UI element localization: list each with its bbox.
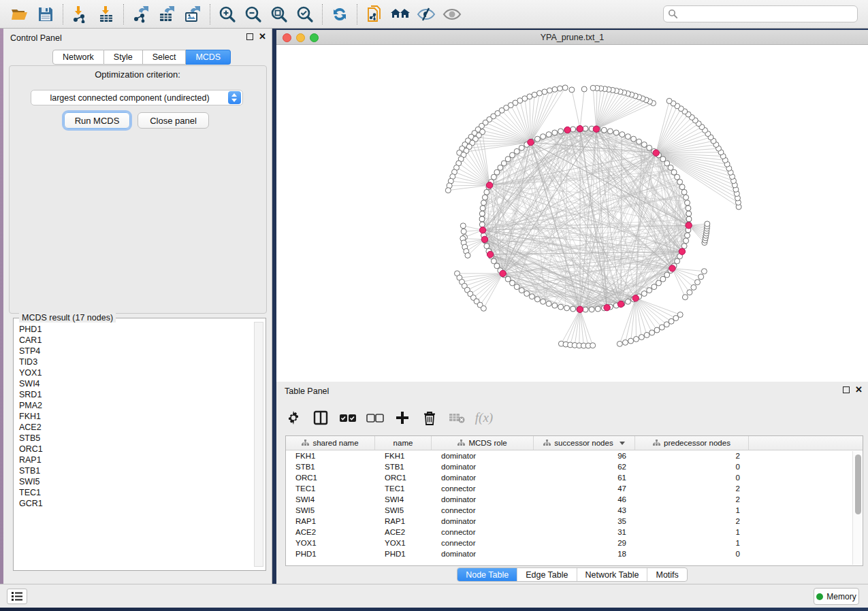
tab-motifs[interactable]: Motifs <box>647 568 686 581</box>
table-row[interactable]: ORC1 ORC1 dominator 61 0 <box>286 472 863 483</box>
float-table-panel-icon[interactable] <box>843 386 850 393</box>
open-file-button[interactable] <box>8 3 31 26</box>
import-network-button[interactable] <box>69 3 92 26</box>
tree-icon <box>543 440 551 446</box>
tab-select[interactable]: Select <box>143 50 187 65</box>
column-header-mcds-role[interactable]: MCDS role <box>432 436 534 450</box>
mcds-result-item[interactable]: SRD1 <box>16 389 251 400</box>
table-tabs-bar: Node Table Edge Table Network Table Moti… <box>276 567 868 582</box>
memory-button[interactable]: Memory <box>814 588 859 605</box>
zoom-in-button[interactable] <box>216 3 239 26</box>
table-row[interactable]: SWI5 SWI5 connector 43 1 <box>286 505 863 516</box>
close-panel-button[interactable]: Close panel <box>138 112 209 129</box>
show-graphics-button[interactable] <box>440 3 464 26</box>
hide-labels-button[interactable] <box>415 3 438 26</box>
tab-network-table[interactable]: Network Table <box>577 568 647 581</box>
mcds-result-item[interactable]: STB5 <box>16 433 251 444</box>
network-window-titlebar: YPA_prune.txt_1 <box>276 30 868 45</box>
refresh-icon <box>331 5 349 23</box>
mcds-result-item[interactable]: RAP1 <box>16 455 251 465</box>
mcds-result-item[interactable]: TID3 <box>16 357 251 367</box>
mcds-result-list[interactable]: PHD1CAR1STP4TID3YOX1SWI4SRD1PMA2FKH1ACE2… <box>16 324 251 567</box>
column-header-shared-name[interactable]: shared name <box>286 436 375 450</box>
export-network-button[interactable] <box>129 3 152 26</box>
table-row[interactable]: FKH1 FKH1 dominator 96 2 <box>286 450 863 461</box>
clone-network-button[interactable] <box>363 3 386 26</box>
list-icon <box>12 592 22 601</box>
column-header-predecessor-nodes[interactable]: predecessor nodes <box>635 436 749 450</box>
search-icon <box>668 9 678 19</box>
import-table-button[interactable] <box>95 3 118 26</box>
mcds-result-item[interactable]: STP4 <box>16 346 251 357</box>
delete-column-button[interactable] <box>421 409 438 427</box>
tab-network[interactable]: Network <box>52 50 104 65</box>
run-mcds-button[interactable]: Run MCDS <box>64 112 130 129</box>
zoom-out-button[interactable] <box>242 3 265 26</box>
home-networks-button[interactable] <box>389 3 412 26</box>
mcds-result-item[interactable]: GCR1 <box>16 498 251 509</box>
node-table-body: FKH1 FKH1 dominator 96 2 STB1 STB1 domin… <box>286 450 863 559</box>
mcds-result-item[interactable]: PMA2 <box>16 400 251 411</box>
network-canvas[interactable] <box>276 45 868 382</box>
table-scrollbar-thumb[interactable] <box>855 455 861 514</box>
table-scrollbar[interactable] <box>852 451 862 565</box>
mcds-result-item[interactable]: STB1 <box>16 465 251 476</box>
criterion-value: largest connected component (undirected) <box>31 93 228 103</box>
zoom-fit-button[interactable] <box>268 3 291 26</box>
network-view-window[interactable]: YPA_prune.txt_1 <box>276 30 868 382</box>
save-icon <box>37 6 54 22</box>
mcds-result-item[interactable]: CAR1 <box>16 335 251 346</box>
tree-icon <box>457 440 465 446</box>
float-panel-icon[interactable] <box>246 33 253 40</box>
tab-style[interactable]: Style <box>104 50 143 65</box>
table-row[interactable]: TEC1 TEC1 connector 47 2 <box>286 483 863 494</box>
table-row[interactable]: SWI4 SWI4 dominator 46 2 <box>286 494 863 505</box>
show-columns-button[interactable] <box>312 409 329 427</box>
deselect-all-button[interactable] <box>366 409 384 427</box>
main-toolbar <box>0 0 868 29</box>
mcds-result-item[interactable]: SWI4 <box>16 378 251 389</box>
export-image-icon <box>184 5 202 23</box>
table-panel-titlebar: Table Panel ✕ <box>276 382 868 401</box>
tree-icon <box>653 440 660 446</box>
criterion-dropdown[interactable]: largest connected component (undirected) <box>31 90 243 105</box>
table-panel-title: Table Panel <box>285 386 329 396</box>
select-all-button[interactable] <box>339 409 357 427</box>
zoom-selected-button[interactable] <box>293 3 317 26</box>
table-row[interactable]: ACE2 ACE2 connector 31 1 <box>286 527 863 538</box>
delete-table-button-disabled <box>448 409 466 427</box>
task-history-button[interactable] <box>7 589 27 604</box>
zoom-fit-icon <box>270 5 288 23</box>
houses-icon <box>390 6 411 22</box>
mcds-result-item[interactable]: YOX1 <box>16 367 251 378</box>
column-header-name[interactable]: name <box>375 436 432 450</box>
search-input[interactable] <box>678 10 857 19</box>
function-builder-button-disabled: f(x) <box>475 409 493 427</box>
column-header-successor-nodes[interactable]: successor nodes <box>534 436 635 450</box>
table-row[interactable]: STB1 STB1 dominator 62 0 <box>286 461 863 472</box>
mcds-result-item[interactable]: SWI5 <box>16 476 251 487</box>
add-column-button[interactable] <box>393 409 411 427</box>
table-row[interactable]: PHD1 PHD1 dominator 18 0 <box>286 548 863 559</box>
zoom-in-icon <box>219 5 236 23</box>
tab-node-table[interactable]: Node Table <box>457 568 517 581</box>
mcds-list-scrollbar[interactable] <box>254 322 263 567</box>
mcds-result-item[interactable]: PHD1 <box>16 324 251 335</box>
mcds-result-item[interactable]: ACE2 <box>16 422 251 433</box>
tab-mcds[interactable]: MCDS <box>186 50 231 65</box>
close-table-panel-icon[interactable]: ✕ <box>855 386 863 393</box>
close-panel-icon[interactable]: ✕ <box>259 33 266 40</box>
table-row[interactable]: RAP1 RAP1 dominator 35 2 <box>286 516 863 527</box>
refresh-layout-button[interactable] <box>328 3 351 26</box>
mcds-result-item[interactable]: ORC1 <box>16 444 251 455</box>
save-session-button[interactable] <box>34 3 57 26</box>
mcds-result-item[interactable]: FKH1 <box>16 411 251 422</box>
table-row[interactable]: YOX1 YOX1 connector 29 1 <box>286 538 863 548</box>
export-image-button[interactable] <box>181 3 204 26</box>
mcds-result-item[interactable]: TEC1 <box>16 487 251 498</box>
tab-edge-table[interactable]: Edge Table <box>517 568 576 581</box>
toolbar-search[interactable] <box>663 5 858 22</box>
zoom-selected-icon <box>296 5 314 23</box>
table-settings-button[interactable] <box>285 409 302 427</box>
export-table-button[interactable] <box>155 3 178 26</box>
